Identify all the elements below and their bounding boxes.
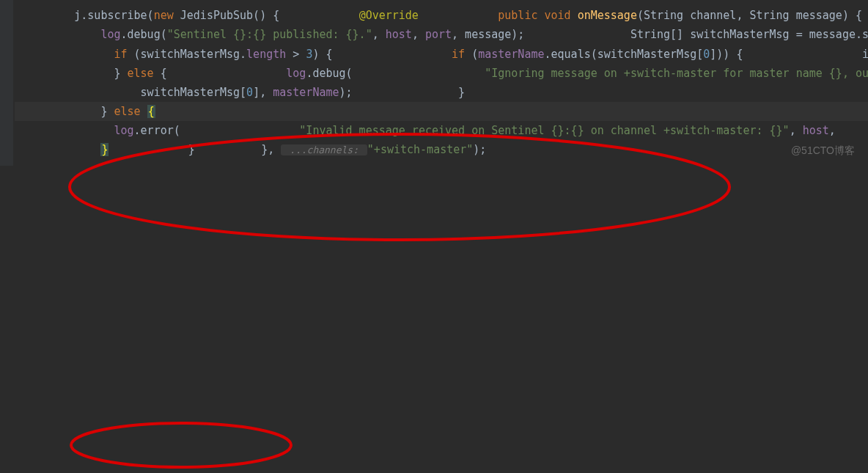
- parameter-hint: ...channels:: [281, 144, 367, 155]
- code-line: log.debug("Sentinel {}:{} published: {}.…: [15, 28, 524, 41]
- code-line: log.debug(: [174, 67, 353, 80]
- code-line: [531, 28, 537, 41]
- code-line: j.subscribe(new JedisPubSub() {: [15, 9, 279, 22]
- code-line: initPool(toHostAndPort(Arrays.asList(swi…: [749, 48, 868, 61]
- annotation-ellipse-bottom: [71, 423, 291, 467]
- code-line-current: } else {: [15, 102, 868, 121]
- code-line: public void onMessage(String channel, St…: [425, 9, 862, 22]
- code-line: log.error(: [15, 124, 180, 137]
- code-line: if (switchMasterMsg.length > 3) {: [28, 48, 332, 61]
- code-editor[interactable]: j.subscribe(new JedisPubSub() { @Overrid…: [0, 0, 868, 166]
- code-line: "Invalid message received on Sentinel {}…: [187, 124, 836, 137]
- gutter: [0, 0, 13, 166]
- brace-match: }: [100, 143, 108, 156]
- code-line: @Override: [286, 9, 419, 22]
- code-line: [339, 48, 346, 61]
- code-line: String[] switchMasterMsg = message.split…: [545, 28, 869, 41]
- code-line: "Ignoring message on +switch-master for …: [359, 67, 868, 80]
- code-line: } else {: [15, 67, 167, 80]
- code-line: }: [359, 86, 466, 99]
- code-line: [15, 48, 21, 61]
- code-line: }: [15, 143, 108, 156]
- brace-match: {: [147, 105, 155, 118]
- code-line: }, ...channels: "+switch-master");: [202, 143, 487, 156]
- code-line: [471, 86, 478, 99]
- code-line: switchMasterMsg[0], masterName);: [15, 86, 353, 99]
- code-line: port, message);: [842, 124, 868, 137]
- code-line: }: [115, 143, 194, 156]
- code-line: if (masterName.equals(switchMasterMsg[0]…: [353, 48, 743, 61]
- watermark: @51CTO博客: [791, 141, 855, 160]
